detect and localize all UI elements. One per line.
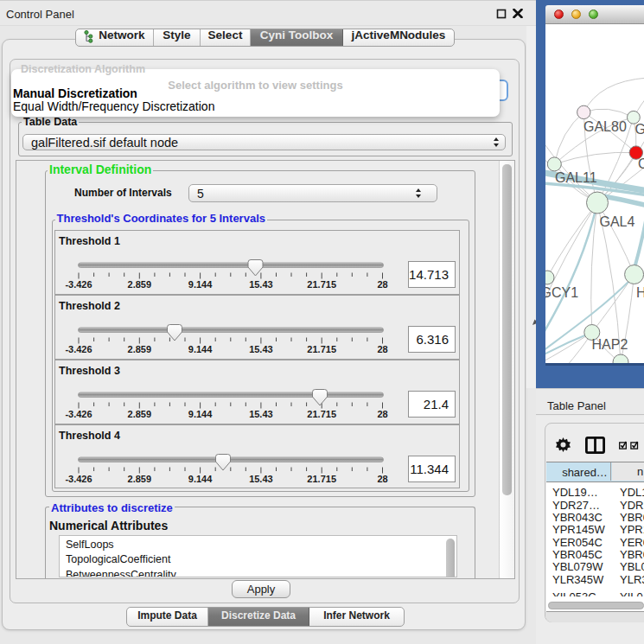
svg-text:28: 28 — [377, 474, 387, 484]
svg-text:28: 28 — [377, 344, 387, 354]
svg-text:2.859: 2.859 — [128, 474, 152, 484]
svg-text:GAL4: GAL4 — [600, 214, 635, 229]
svg-text:GAL80: GAL80 — [583, 119, 627, 134]
svg-text:9.144: 9.144 — [188, 344, 213, 354]
svg-text:21.715: 21.715 — [307, 474, 336, 484]
svg-text:GAL11: GAL11 — [555, 170, 597, 185]
svg-text:H: H — [636, 285, 644, 300]
svg-text:C: C — [638, 156, 644, 171]
svg-text:21.715: 21.715 — [307, 409, 336, 419]
svg-text:2.859: 2.859 — [128, 344, 152, 354]
svg-text:15.43: 15.43 — [249, 279, 273, 290]
svg-text:GA: GA — [635, 122, 644, 137]
svg-text:2.859: 2.859 — [128, 279, 152, 290]
svg-text:9.144: 9.144 — [188, 279, 213, 290]
svg-text:28: 28 — [377, 409, 387, 419]
svg-text:15.43: 15.43 — [249, 474, 273, 484]
svg-text:15.43: 15.43 — [249, 409, 273, 419]
svg-text:2.859: 2.859 — [128, 409, 152, 419]
svg-text:9.144: 9.144 — [188, 474, 213, 484]
svg-text:GCY1: GCY1 — [545, 285, 578, 300]
svg-text:-3.426: -3.426 — [65, 409, 92, 419]
svg-text:HAP2: HAP2 — [592, 337, 628, 352]
svg-text:15.43: 15.43 — [249, 344, 273, 354]
svg-text:21.715: 21.715 — [307, 344, 336, 354]
svg-text:21.715: 21.715 — [307, 279, 336, 290]
svg-text:-3.426: -3.426 — [65, 344, 92, 354]
svg-text:-3.426: -3.426 — [65, 474, 92, 484]
svg-text:-3.426: -3.426 — [65, 279, 92, 290]
svg-text:28: 28 — [377, 279, 387, 290]
svg-text:9.144: 9.144 — [188, 409, 213, 419]
